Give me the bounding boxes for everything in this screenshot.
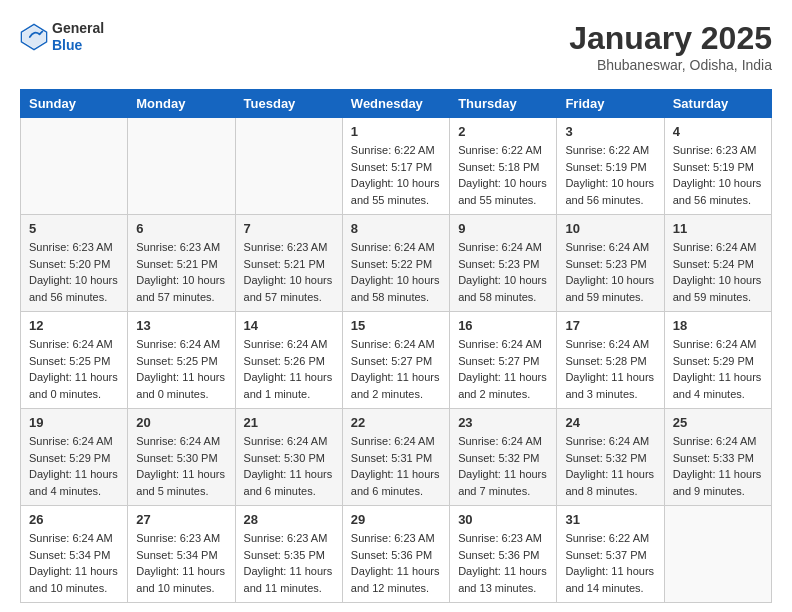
calendar-table: SundayMondayTuesdayWednesdayThursdayFrid… bbox=[20, 89, 772, 603]
day-number: 9 bbox=[458, 221, 548, 236]
day-info: Sunrise: 6:23 AM Sunset: 5:21 PM Dayligh… bbox=[136, 239, 226, 305]
day-number: 2 bbox=[458, 124, 548, 139]
day-cell-16: 16Sunrise: 6:24 AM Sunset: 5:27 PM Dayli… bbox=[450, 312, 557, 409]
day-info: Sunrise: 6:23 AM Sunset: 5:36 PM Dayligh… bbox=[351, 530, 441, 596]
day-number: 8 bbox=[351, 221, 441, 236]
logo-icon bbox=[20, 23, 48, 51]
day-info: Sunrise: 6:24 AM Sunset: 5:30 PM Dayligh… bbox=[244, 433, 334, 499]
week-row-1: 5Sunrise: 6:23 AM Sunset: 5:20 PM Daylig… bbox=[21, 215, 772, 312]
day-info: Sunrise: 6:23 AM Sunset: 5:35 PM Dayligh… bbox=[244, 530, 334, 596]
day-info: Sunrise: 6:24 AM Sunset: 5:24 PM Dayligh… bbox=[673, 239, 763, 305]
day-info: Sunrise: 6:24 AM Sunset: 5:22 PM Dayligh… bbox=[351, 239, 441, 305]
day-number: 25 bbox=[673, 415, 763, 430]
week-row-3: 19Sunrise: 6:24 AM Sunset: 5:29 PM Dayli… bbox=[21, 409, 772, 506]
day-cell-24: 24Sunrise: 6:24 AM Sunset: 5:32 PM Dayli… bbox=[557, 409, 664, 506]
day-number: 28 bbox=[244, 512, 334, 527]
day-info: Sunrise: 6:24 AM Sunset: 5:23 PM Dayligh… bbox=[565, 239, 655, 305]
day-cell-23: 23Sunrise: 6:24 AM Sunset: 5:32 PM Dayli… bbox=[450, 409, 557, 506]
day-number: 6 bbox=[136, 221, 226, 236]
day-cell-19: 19Sunrise: 6:24 AM Sunset: 5:29 PM Dayli… bbox=[21, 409, 128, 506]
day-cell-30: 30Sunrise: 6:23 AM Sunset: 5:36 PM Dayli… bbox=[450, 506, 557, 603]
day-number: 12 bbox=[29, 318, 119, 333]
day-number: 18 bbox=[673, 318, 763, 333]
week-row-2: 12Sunrise: 6:24 AM Sunset: 5:25 PM Dayli… bbox=[21, 312, 772, 409]
weekday-header-sunday: Sunday bbox=[21, 90, 128, 118]
day-cell-21: 21Sunrise: 6:24 AM Sunset: 5:30 PM Dayli… bbox=[235, 409, 342, 506]
day-number: 1 bbox=[351, 124, 441, 139]
location: Bhubaneswar, Odisha, India bbox=[569, 57, 772, 73]
day-info: Sunrise: 6:23 AM Sunset: 5:36 PM Dayligh… bbox=[458, 530, 548, 596]
day-cell-31: 31Sunrise: 6:22 AM Sunset: 5:37 PM Dayli… bbox=[557, 506, 664, 603]
day-number: 7 bbox=[244, 221, 334, 236]
day-cell-29: 29Sunrise: 6:23 AM Sunset: 5:36 PM Dayli… bbox=[342, 506, 449, 603]
day-info: Sunrise: 6:22 AM Sunset: 5:37 PM Dayligh… bbox=[565, 530, 655, 596]
day-number: 22 bbox=[351, 415, 441, 430]
day-number: 26 bbox=[29, 512, 119, 527]
day-info: Sunrise: 6:24 AM Sunset: 5:27 PM Dayligh… bbox=[351, 336, 441, 402]
day-number: 10 bbox=[565, 221, 655, 236]
day-info: Sunrise: 6:24 AM Sunset: 5:25 PM Dayligh… bbox=[29, 336, 119, 402]
month-title: January 2025 bbox=[569, 20, 772, 57]
day-info: Sunrise: 6:24 AM Sunset: 5:26 PM Dayligh… bbox=[244, 336, 334, 402]
empty-cell bbox=[21, 118, 128, 215]
day-number: 5 bbox=[29, 221, 119, 236]
day-number: 24 bbox=[565, 415, 655, 430]
day-cell-9: 9Sunrise: 6:24 AM Sunset: 5:23 PM Daylig… bbox=[450, 215, 557, 312]
day-info: Sunrise: 6:22 AM Sunset: 5:18 PM Dayligh… bbox=[458, 142, 548, 208]
day-number: 23 bbox=[458, 415, 548, 430]
title-block: January 2025 Bhubaneswar, Odisha, India bbox=[569, 20, 772, 73]
day-number: 29 bbox=[351, 512, 441, 527]
weekday-header-row: SundayMondayTuesdayWednesdayThursdayFrid… bbox=[21, 90, 772, 118]
day-cell-7: 7Sunrise: 6:23 AM Sunset: 5:21 PM Daylig… bbox=[235, 215, 342, 312]
day-cell-2: 2Sunrise: 6:22 AM Sunset: 5:18 PM Daylig… bbox=[450, 118, 557, 215]
day-cell-20: 20Sunrise: 6:24 AM Sunset: 5:30 PM Dayli… bbox=[128, 409, 235, 506]
day-number: 17 bbox=[565, 318, 655, 333]
day-cell-12: 12Sunrise: 6:24 AM Sunset: 5:25 PM Dayli… bbox=[21, 312, 128, 409]
day-number: 16 bbox=[458, 318, 548, 333]
day-cell-1: 1Sunrise: 6:22 AM Sunset: 5:17 PM Daylig… bbox=[342, 118, 449, 215]
day-number: 20 bbox=[136, 415, 226, 430]
day-info: Sunrise: 6:24 AM Sunset: 5:31 PM Dayligh… bbox=[351, 433, 441, 499]
day-number: 13 bbox=[136, 318, 226, 333]
day-number: 14 bbox=[244, 318, 334, 333]
day-number: 21 bbox=[244, 415, 334, 430]
day-cell-5: 5Sunrise: 6:23 AM Sunset: 5:20 PM Daylig… bbox=[21, 215, 128, 312]
weekday-header-wednesday: Wednesday bbox=[342, 90, 449, 118]
day-info: Sunrise: 6:24 AM Sunset: 5:32 PM Dayligh… bbox=[565, 433, 655, 499]
day-info: Sunrise: 6:22 AM Sunset: 5:19 PM Dayligh… bbox=[565, 142, 655, 208]
logo-blue: Blue bbox=[52, 37, 104, 54]
week-row-4: 26Sunrise: 6:24 AM Sunset: 5:34 PM Dayli… bbox=[21, 506, 772, 603]
page-header: General Blue January 2025 Bhubaneswar, O… bbox=[20, 20, 772, 73]
logo-general: General bbox=[52, 20, 104, 37]
weekday-header-friday: Friday bbox=[557, 90, 664, 118]
day-cell-22: 22Sunrise: 6:24 AM Sunset: 5:31 PM Dayli… bbox=[342, 409, 449, 506]
day-info: Sunrise: 6:24 AM Sunset: 5:33 PM Dayligh… bbox=[673, 433, 763, 499]
weekday-header-monday: Monday bbox=[128, 90, 235, 118]
day-info: Sunrise: 6:24 AM Sunset: 5:29 PM Dayligh… bbox=[673, 336, 763, 402]
week-row-0: 1Sunrise: 6:22 AM Sunset: 5:17 PM Daylig… bbox=[21, 118, 772, 215]
day-cell-11: 11Sunrise: 6:24 AM Sunset: 5:24 PM Dayli… bbox=[664, 215, 771, 312]
day-info: Sunrise: 6:23 AM Sunset: 5:21 PM Dayligh… bbox=[244, 239, 334, 305]
day-info: Sunrise: 6:24 AM Sunset: 5:28 PM Dayligh… bbox=[565, 336, 655, 402]
day-cell-13: 13Sunrise: 6:24 AM Sunset: 5:25 PM Dayli… bbox=[128, 312, 235, 409]
day-cell-26: 26Sunrise: 6:24 AM Sunset: 5:34 PM Dayli… bbox=[21, 506, 128, 603]
weekday-header-tuesday: Tuesday bbox=[235, 90, 342, 118]
day-cell-6: 6Sunrise: 6:23 AM Sunset: 5:21 PM Daylig… bbox=[128, 215, 235, 312]
day-info: Sunrise: 6:23 AM Sunset: 5:34 PM Dayligh… bbox=[136, 530, 226, 596]
day-info: Sunrise: 6:23 AM Sunset: 5:19 PM Dayligh… bbox=[673, 142, 763, 208]
day-cell-27: 27Sunrise: 6:23 AM Sunset: 5:34 PM Dayli… bbox=[128, 506, 235, 603]
day-cell-28: 28Sunrise: 6:23 AM Sunset: 5:35 PM Dayli… bbox=[235, 506, 342, 603]
day-number: 15 bbox=[351, 318, 441, 333]
empty-cell bbox=[235, 118, 342, 215]
logo: General Blue bbox=[20, 20, 104, 54]
day-cell-18: 18Sunrise: 6:24 AM Sunset: 5:29 PM Dayli… bbox=[664, 312, 771, 409]
day-cell-8: 8Sunrise: 6:24 AM Sunset: 5:22 PM Daylig… bbox=[342, 215, 449, 312]
day-cell-25: 25Sunrise: 6:24 AM Sunset: 5:33 PM Dayli… bbox=[664, 409, 771, 506]
day-cell-3: 3Sunrise: 6:22 AM Sunset: 5:19 PM Daylig… bbox=[557, 118, 664, 215]
empty-cell bbox=[664, 506, 771, 603]
weekday-header-thursday: Thursday bbox=[450, 90, 557, 118]
logo-text: General Blue bbox=[52, 20, 104, 54]
day-number: 19 bbox=[29, 415, 119, 430]
day-info: Sunrise: 6:22 AM Sunset: 5:17 PM Dayligh… bbox=[351, 142, 441, 208]
day-cell-17: 17Sunrise: 6:24 AM Sunset: 5:28 PM Dayli… bbox=[557, 312, 664, 409]
